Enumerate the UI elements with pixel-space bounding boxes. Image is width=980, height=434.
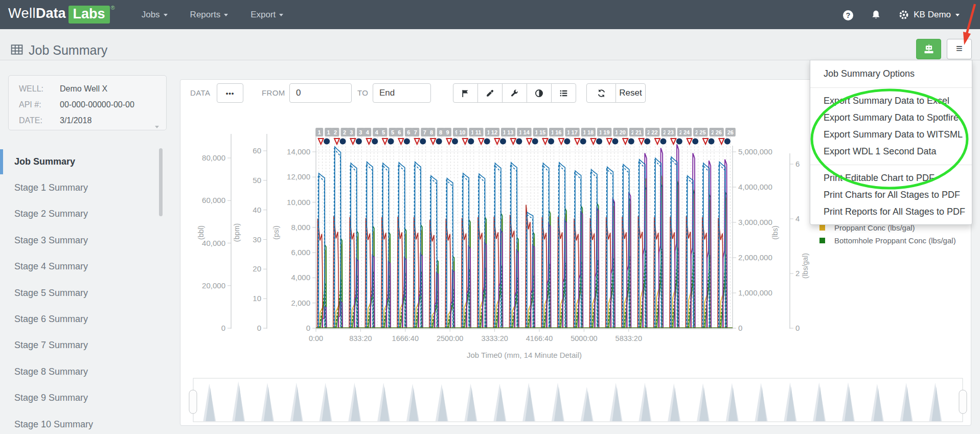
sidebar-item-stage-4-summary[interactable]: Stage 4 Summary (0, 254, 153, 280)
sidebar-scrollbar[interactable] (159, 148, 163, 216)
help-icon[interactable]: ? (842, 10, 852, 19)
navbar-menu: JobsReportsExport (142, 10, 284, 20)
page-header (0, 29, 980, 60)
well-info-value: 00-000-00000-00-00 (60, 100, 134, 109)
brand-labs: Labs (69, 6, 110, 24)
menu-item-export-summary-data-to-spotfire[interactable]: Export Summary Data to Spotfire (810, 109, 972, 126)
refresh-icon (597, 89, 606, 98)
brand-well: Well (8, 6, 36, 21)
well-info-label: WELL: (19, 84, 51, 94)
sidebar-item-stage-10-summary[interactable]: Stage 10 Summary (0, 411, 153, 434)
from-input[interactable] (289, 83, 352, 103)
user-menu[interactable]: KB Demo (899, 10, 960, 20)
menu-header: Job Summary Options (810, 64, 972, 83)
wrench-tool-button[interactable] (502, 83, 527, 103)
sidebar-item-stage-6-summary[interactable]: Stage 6 Summary (0, 306, 153, 332)
well-info-row: API #:00-000-00000-00-00 (9, 97, 166, 112)
sidebar-item-stage-7-summary[interactable]: Stage 7 Summary (0, 332, 153, 359)
navbar-item-jobs[interactable]: Jobs (142, 10, 168, 20)
menu-divider (810, 165, 972, 165)
legend-item[interactable]: Bottomhole Proppant Conc (lbs/gal) (819, 236, 956, 245)
menu-item-export-summary-data-to-excel[interactable]: Export Summary Data to Excel (810, 93, 972, 109)
assistant-button[interactable] (916, 39, 941, 59)
eyedropper-icon (486, 89, 494, 98)
contrast-tool-button[interactable] (527, 83, 552, 103)
svg-text:?: ? (846, 11, 851, 19)
to-input[interactable] (373, 83, 431, 103)
legend-swatch (819, 225, 825, 231)
contrast-icon (535, 89, 543, 98)
data-options-button[interactable]: ••• (217, 83, 243, 103)
well-info-rows: WELL:Demo Well XAPI #:00-000-00000-00-00… (9, 81, 166, 128)
menu-divider (810, 87, 972, 88)
navbar-item-label: Reports (190, 10, 221, 20)
notifications-bell-icon[interactable] (871, 10, 880, 19)
to-label: TO (357, 83, 368, 103)
navbar-item-export[interactable]: Export (250, 10, 283, 20)
job-summary-options-button[interactable]: ≡ (947, 39, 972, 59)
navbar-item-label: Jobs (142, 10, 160, 20)
navbar-right: ? KB Demo (842, 0, 960, 29)
user-name: KB Demo (914, 10, 951, 20)
robot-icon (923, 44, 935, 54)
legend-swatch (819, 238, 825, 243)
sidebar-item-stage-3-summary[interactable]: Stage 3 Summary (0, 227, 153, 254)
well-info-label: API #: (19, 100, 51, 109)
menu-item-print-reports-for-all-stages-to-pdf[interactable]: Print Reports for All Stages to PDF (810, 203, 972, 220)
menu-items: Export Summary Data to ExcelExport Summa… (810, 87, 972, 220)
chevron-down-icon (224, 14, 228, 16)
hamburger-icon: ≡ (956, 43, 963, 54)
registered-mark: ® (111, 5, 115, 11)
brand-data: Data (36, 6, 66, 21)
flag-icon (461, 89, 470, 98)
active-item-indicator (0, 149, 3, 174)
table-grid-icon (11, 43, 23, 56)
gear-icon (899, 10, 909, 20)
welldatalabs-logo[interactable]: WellData Labs ® (8, 6, 115, 24)
navbar-item-reports[interactable]: Reports (190, 10, 229, 20)
sidebar-item-stage-8-summary[interactable]: Stage 8 Summary (0, 358, 153, 385)
eyedropper-tool-button[interactable] (477, 83, 503, 103)
app-root: WellData Labs ® JobsReportsExport ? KB D… (0, 0, 980, 434)
page-title: Job Summary (29, 43, 107, 58)
well-selector-caret-icon[interactable] (155, 126, 159, 128)
well-info-row: DATE:3/1/2018 (9, 112, 166, 128)
sidebar-item-stage-1-summary[interactable]: Stage 1 Summary (0, 174, 153, 201)
refresh-button[interactable] (586, 83, 616, 103)
data-label: DATA (190, 83, 210, 103)
well-info-value: 3/1/2018 (60, 116, 92, 125)
well-info-row: WELL:Demo Well X (9, 81, 166, 97)
chevron-down-icon (164, 14, 168, 16)
job-summary-options-menu: Job Summary Options Export Summary Data … (810, 60, 972, 225)
menu-item-export-summary-data-to-witsml[interactable]: Export Summary Data to WITSML (810, 126, 972, 143)
well-info-panel[interactable]: WELL:Demo Well XAPI #:00-000-00000-00-00… (8, 75, 167, 130)
sidebar-item-stage-9-summary[interactable]: Stage 9 Summary (0, 385, 153, 412)
top-navbar: WellData Labs ® JobsReportsExport ? KB D… (0, 0, 980, 29)
from-label: FROM (262, 83, 285, 103)
sidebar-item-stage-5-summary[interactable]: Stage 5 Summary (0, 280, 153, 306)
menu-item-export-wdl-1-second-data[interactable]: Export WDL 1 Second Data (810, 143, 972, 160)
reset-button[interactable]: Reset (616, 83, 646, 103)
wrench-icon (510, 89, 519, 98)
menu-item-print-editable-chart-to-pdf[interactable]: Print Editable Chart to PDF (810, 170, 972, 187)
sidebar-item-stage-2-summary[interactable]: Stage 2 Summary (0, 201, 153, 227)
sidebar-item-job-summary[interactable]: Job Summary (0, 148, 153, 175)
well-info-value: Demo Well X (60, 84, 107, 94)
chevron-down-icon (279, 14, 283, 16)
well-info-label: DATE: (19, 116, 51, 125)
chevron-down-icon (955, 14, 960, 16)
navbar-item-label: Export (250, 10, 276, 20)
list-icon (559, 89, 568, 98)
flag-tool-button[interactable] (453, 83, 478, 103)
menu-item-print-charts-for-all-stages-to-pdf[interactable]: Print Charts for All Stages to PDF (810, 187, 972, 203)
legend-label: Bottomhole Proppant Conc (lbs/gal) (834, 236, 956, 245)
list-tool-button[interactable] (551, 83, 576, 103)
